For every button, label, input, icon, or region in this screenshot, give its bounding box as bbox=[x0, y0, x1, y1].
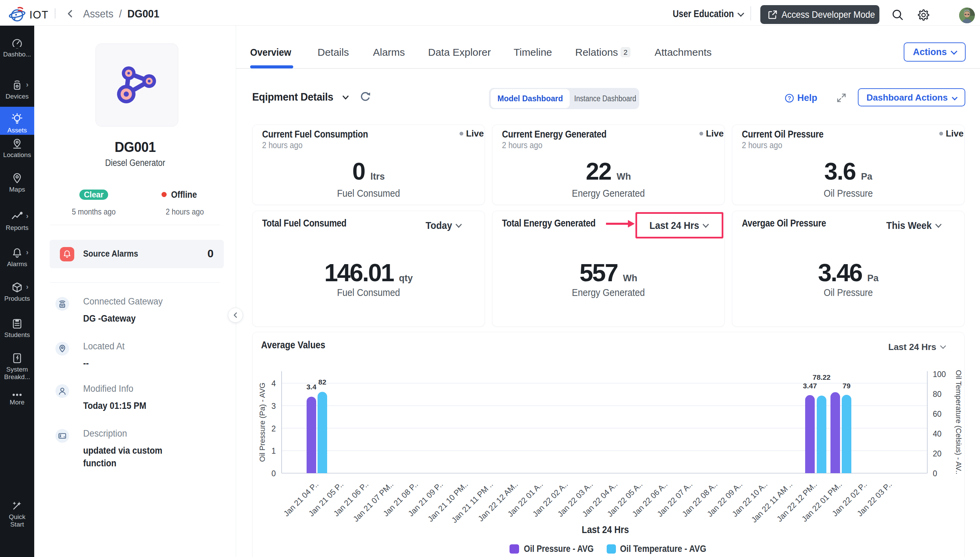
svg-text:Oil Temperature - AVG: Oil Temperature - AVG bbox=[620, 543, 706, 554]
svg-text:Oil Pressure - AVG: Oil Pressure - AVG bbox=[524, 543, 594, 554]
svg-text:4: 4 bbox=[271, 379, 276, 388]
svg-text:2: 2 bbox=[271, 424, 276, 433]
svg-text:?: ? bbox=[788, 96, 791, 101]
svg-text:3.4: 3.4 bbox=[306, 383, 316, 391]
svg-text:Oil Pressure (Pa) - AVG: Oil Pressure (Pa) - AVG bbox=[258, 383, 267, 462]
svg-text:60: 60 bbox=[933, 410, 942, 419]
svg-text:0: 0 bbox=[271, 469, 276, 478]
svg-text:3: 3 bbox=[271, 402, 276, 410]
svg-text:82: 82 bbox=[318, 378, 326, 386]
svg-text:78.22: 78.22 bbox=[813, 373, 831, 381]
svg-text:3.47: 3.47 bbox=[803, 382, 817, 390]
svg-text:0: 0 bbox=[933, 469, 937, 478]
svg-text:100: 100 bbox=[933, 370, 946, 379]
svg-text:Oil Temperature (Celsius) - AV: Oil Temperature (Celsius) - AV.. bbox=[954, 370, 963, 474]
svg-text:Last 24 Hrs: Last 24 Hrs bbox=[582, 524, 629, 535]
svg-text:20: 20 bbox=[933, 449, 942, 458]
svg-text:80: 80 bbox=[933, 390, 942, 399]
svg-text:1: 1 bbox=[271, 446, 276, 455]
svg-text:79: 79 bbox=[842, 382, 850, 390]
svg-text:40: 40 bbox=[933, 429, 942, 438]
